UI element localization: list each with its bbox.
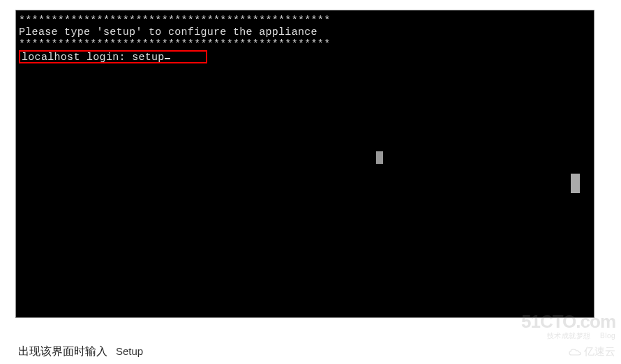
terminal-line-stars-top: ****************************************…	[19, 15, 591, 26]
watermark: 51CTO.com 技术成就梦想 Blog 亿速云	[521, 312, 615, 358]
watermark-secondary-text: 亿速云	[584, 345, 615, 358]
caption-english: Setup	[116, 345, 143, 357]
terminal-content: ****************************************…	[16, 10, 594, 68]
artifact-block-right	[571, 174, 580, 193]
caption-chinese: 出现该界面时输入	[18, 344, 107, 359]
terminal-cursor	[165, 58, 170, 59]
cloud-icon	[569, 348, 581, 356]
login-input-text[interactable]: setup	[132, 52, 165, 63]
login-highlight-box: localhost login: setup	[19, 50, 207, 63]
terminal-line-stars-bottom: ****************************************…	[19, 38, 591, 50]
terminal-line-instruction: Please type 'setup' to configure the app…	[19, 26, 591, 38]
artifact-block-mid	[376, 151, 383, 164]
terminal-window[interactable]: ****************************************…	[15, 10, 594, 318]
watermark-secondary: 亿速云	[521, 345, 615, 358]
login-prompt: localhost login:	[22, 52, 132, 63]
caption-area: 出现该界面时输入 Setup	[18, 344, 143, 359]
watermark-sub: 技术成就梦想 Blog	[521, 331, 615, 341]
